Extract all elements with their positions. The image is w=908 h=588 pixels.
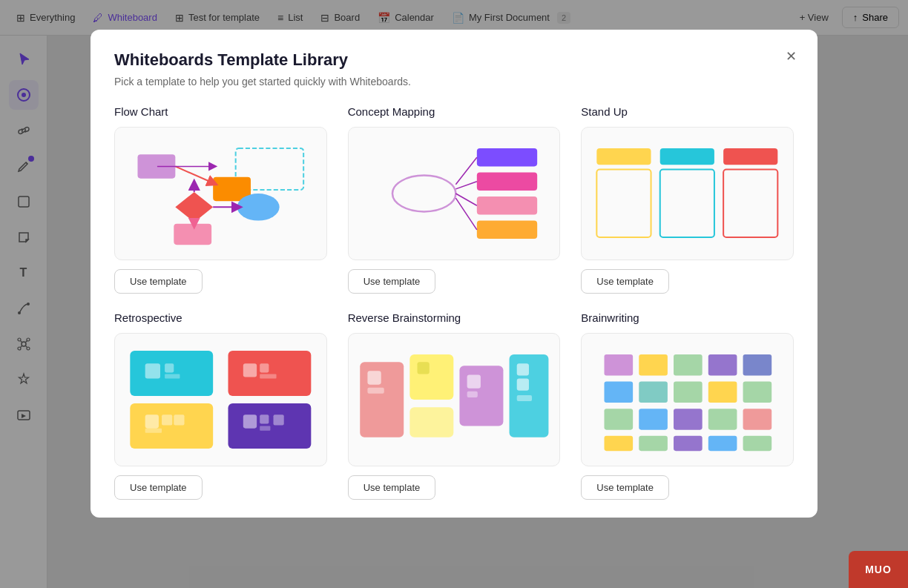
modal-overlay: Whiteboards Template Library Pick a temp… xyxy=(0,0,908,588)
use-template-retro[interactable]: Use template xyxy=(114,475,203,500)
svg-rect-25 xyxy=(476,196,536,214)
svg-rect-83 xyxy=(605,436,634,451)
template-name-concept: Concept Mapping xyxy=(348,105,561,118)
svg-rect-35 xyxy=(723,148,777,165)
svg-marker-14 xyxy=(175,192,213,222)
svg-rect-16 xyxy=(174,224,211,245)
svg-rect-40 xyxy=(165,374,180,378)
use-template-concept[interactable]: Use template xyxy=(348,269,436,294)
svg-rect-68 xyxy=(605,354,634,375)
svg-rect-37 xyxy=(130,351,213,396)
svg-rect-32 xyxy=(597,169,651,237)
template-item-concept: Concept Mapping xyxy=(348,105,561,294)
muo-watermark: MUO xyxy=(849,551,908,588)
template-name-brainstorm: Reverse Brainstorming xyxy=(348,311,561,324)
svg-rect-59 xyxy=(417,362,429,374)
modal-subtitle: Pick a template to help you get started … xyxy=(114,76,794,87)
template-preview-retro xyxy=(114,333,327,466)
use-template-flowchart[interactable]: Use template xyxy=(114,269,203,294)
svg-rect-56 xyxy=(367,371,381,384)
template-library-modal: Whiteboards Template Library Pick a temp… xyxy=(91,30,817,518)
use-template-standup[interactable]: Use template xyxy=(581,269,669,294)
svg-rect-31 xyxy=(597,148,651,165)
use-template-brainstorm[interactable]: Use template xyxy=(348,475,436,500)
svg-rect-60 xyxy=(409,407,453,437)
svg-rect-26 xyxy=(476,221,536,239)
svg-line-30 xyxy=(455,198,476,230)
svg-rect-46 xyxy=(145,414,159,428)
modal-body: Flow Chart xyxy=(91,99,817,518)
modal-header: Whiteboards Template Library Pick a temp… xyxy=(91,30,817,99)
svg-rect-33 xyxy=(660,148,714,165)
svg-rect-78 xyxy=(605,409,634,429)
svg-rect-24 xyxy=(476,173,536,191)
template-item-standup: Stand Up xyxy=(581,105,794,294)
svg-rect-84 xyxy=(639,436,668,451)
svg-rect-71 xyxy=(708,354,737,375)
template-preview-concept xyxy=(348,127,561,260)
svg-rect-53 xyxy=(260,426,270,431)
svg-rect-57 xyxy=(367,388,384,394)
template-grid: Flow Chart xyxy=(114,105,794,500)
svg-rect-86 xyxy=(708,436,737,451)
template-item-retro: Retrospective xyxy=(114,311,327,500)
svg-rect-82 xyxy=(743,409,772,429)
svg-rect-44 xyxy=(260,374,276,378)
svg-line-27 xyxy=(455,157,476,185)
svg-rect-23 xyxy=(476,148,536,166)
svg-rect-41 xyxy=(228,351,311,396)
svg-rect-70 xyxy=(674,354,703,375)
svg-rect-62 xyxy=(467,374,480,388)
svg-rect-48 xyxy=(174,414,184,425)
template-name-flowchart: Flow Chart xyxy=(114,105,327,118)
modal-close-button[interactable]: ✕ xyxy=(779,44,803,68)
muo-label: MUO xyxy=(865,564,892,575)
svg-rect-39 xyxy=(165,363,174,372)
svg-rect-45 xyxy=(130,403,213,449)
svg-rect-67 xyxy=(516,395,531,401)
svg-rect-87 xyxy=(743,436,772,451)
svg-rect-76 xyxy=(708,382,737,403)
svg-rect-65 xyxy=(516,363,528,375)
use-template-brainwriting[interactable]: Use template xyxy=(581,475,669,500)
svg-line-28 xyxy=(455,182,476,189)
template-name-standup: Stand Up xyxy=(581,105,794,118)
svg-point-15 xyxy=(237,194,280,221)
svg-rect-85 xyxy=(674,436,703,451)
template-name-retro: Retrospective xyxy=(114,311,327,324)
svg-rect-52 xyxy=(260,414,269,423)
svg-rect-43 xyxy=(260,363,269,372)
svg-rect-81 xyxy=(708,409,737,429)
svg-rect-79 xyxy=(639,409,668,429)
svg-rect-77 xyxy=(743,382,772,403)
template-item-brainwriting: Brainwriting xyxy=(581,311,794,500)
svg-rect-36 xyxy=(723,169,777,237)
svg-point-22 xyxy=(392,176,455,212)
svg-rect-63 xyxy=(467,392,477,397)
svg-rect-51 xyxy=(243,414,257,428)
template-preview-brainwriting xyxy=(581,333,794,466)
svg-rect-38 xyxy=(145,363,160,378)
template-name-brainwriting: Brainwriting xyxy=(581,311,794,324)
template-preview-brainstorm xyxy=(348,333,561,466)
svg-rect-47 xyxy=(162,414,172,425)
svg-line-17 xyxy=(175,166,213,182)
svg-rect-34 xyxy=(660,169,714,237)
svg-rect-54 xyxy=(273,414,283,425)
svg-rect-75 xyxy=(674,382,703,403)
modal-title: Whiteboards Template Library xyxy=(114,50,794,70)
svg-rect-66 xyxy=(516,379,528,391)
svg-rect-73 xyxy=(605,382,634,403)
svg-rect-80 xyxy=(674,409,703,429)
template-item-brainstorm: Reverse Brainstorming xyxy=(348,311,561,500)
template-preview-standup xyxy=(581,127,794,260)
svg-rect-61 xyxy=(459,366,503,426)
template-preview-flowchart xyxy=(114,127,327,260)
svg-rect-55 xyxy=(360,362,404,437)
svg-rect-49 xyxy=(145,429,162,433)
template-item-flowchart: Flow Chart xyxy=(114,105,327,294)
svg-rect-74 xyxy=(639,382,668,403)
svg-rect-58 xyxy=(409,354,453,400)
svg-rect-72 xyxy=(743,354,772,375)
svg-rect-69 xyxy=(639,354,668,375)
